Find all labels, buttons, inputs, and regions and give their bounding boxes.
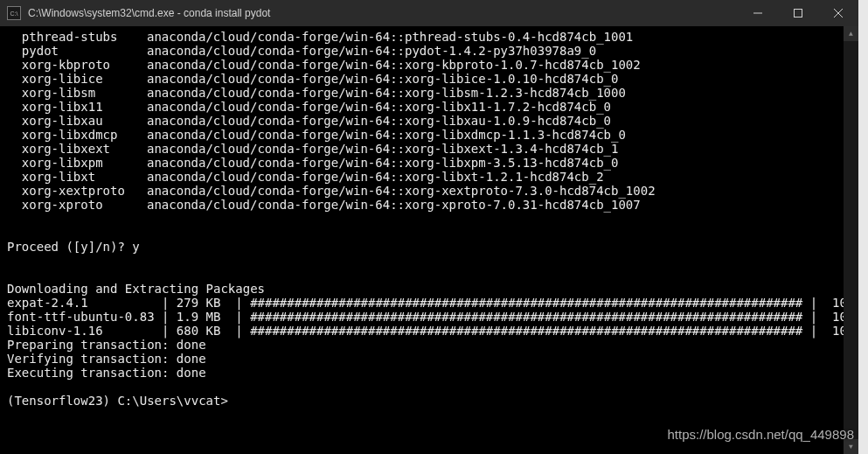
package-name: pydot — [7, 44, 147, 58]
package-source: anaconda/cloud/conda-forge/win-64::xorg-… — [147, 156, 618, 170]
scroll-track[interactable] — [844, 41, 858, 439]
download-row: libiconv-1.16 | 680 KB | ###############… — [7, 324, 837, 338]
package-source: anaconda/cloud/conda-forge/win-64::xorg-… — [147, 100, 611, 114]
package-name: xorg-libxt — [7, 170, 147, 184]
package-source: anaconda/cloud/conda-forge/win-64::xorg-… — [147, 86, 626, 100]
package-source: anaconda/cloud/conda-forge/win-64::xorg-… — [147, 72, 618, 86]
package-source: anaconda/cloud/conda-forge/win-64::xorg-… — [147, 170, 604, 184]
download-row: expat-2.4.1 | 279 KB | #################… — [7, 296, 837, 310]
package-row: xorg-libx11anaconda/cloud/conda-forge/wi… — [7, 100, 837, 114]
prompt-line[interactable]: (Tensorflow23) C:\Users\vvcat> — [7, 394, 837, 408]
terminal-output[interactable]: pthread-stubsanaconda/cloud/conda-forge/… — [0, 26, 844, 454]
package-name: xorg-libx11 — [7, 100, 147, 114]
package-name: xorg-libxdmcp — [7, 128, 147, 142]
package-name: xorg-xproto — [7, 198, 147, 212]
close-icon — [834, 9, 843, 17]
package-source: anaconda/cloud/conda-forge/win-64::xorg-… — [147, 128, 626, 142]
maximize-button[interactable] — [778, 0, 818, 26]
package-name: xorg-libice — [7, 72, 147, 86]
package-row: xorg-libxpmanaconda/cloud/conda-forge/wi… — [7, 156, 837, 170]
window-controls — [738, 0, 858, 26]
package-row: xorg-kbprotoanaconda/cloud/conda-forge/w… — [7, 58, 837, 72]
terminal-area: pthread-stubsanaconda/cloud/conda-forge/… — [0, 26, 858, 454]
package-name: xorg-kbproto — [7, 58, 147, 72]
package-name: xorg-libsm — [7, 86, 147, 100]
watermark: https://blog.csdn.net/qq_449898 — [667, 427, 854, 442]
scroll-up-button[interactable]: ▲ — [844, 26, 858, 41]
package-source: anaconda/cloud/conda-forge/win-64::xorg-… — [147, 114, 611, 128]
package-row: xorg-libsmanaconda/cloud/conda-forge/win… — [7, 86, 837, 100]
package-source: anaconda/cloud/conda-forge/win-64::pthre… — [147, 30, 633, 44]
package-source: anaconda/cloud/conda-forge/win-64::xorg-… — [147, 142, 618, 156]
package-name: pthread-stubs — [7, 30, 147, 44]
package-row: xorg-libxextanaconda/cloud/conda-forge/w… — [7, 142, 837, 156]
package-source: anaconda/cloud/conda-forge/win-64::xorg-… — [147, 58, 641, 72]
package-name: xorg-xextproto — [7, 184, 147, 198]
window-title: C:\Windows\system32\cmd.exe - conda inst… — [28, 7, 738, 19]
scrollbar[interactable]: ▲ ▼ — [844, 26, 858, 454]
package-row: xorg-libiceanaconda/cloud/conda-forge/wi… — [7, 72, 837, 86]
package-row: xorg-libxtanaconda/cloud/conda-forge/win… — [7, 170, 837, 184]
package-row: xorg-libxauanaconda/cloud/conda-forge/wi… — [7, 114, 837, 128]
close-button[interactable] — [818, 0, 858, 26]
minimize-button[interactable] — [738, 0, 778, 26]
package-source: anaconda/cloud/conda-forge/win-64::xorg-… — [147, 198, 641, 212]
svg-rect-1 — [795, 10, 802, 17]
titlebar[interactable]: C:\ C:\Windows\system32\cmd.exe - conda … — [0, 0, 858, 26]
package-row: xorg-xextprotoanaconda/cloud/conda-forge… — [7, 184, 837, 198]
minimize-icon — [753, 9, 762, 17]
package-row: pthread-stubsanaconda/cloud/conda-forge/… — [7, 30, 837, 44]
cmd-window: C:\ C:\Windows\system32\cmd.exe - conda … — [0, 0, 858, 454]
package-name: xorg-libxau — [7, 114, 147, 128]
download-row: font-ttf-ubuntu-0.83 | 1.9 MB | ########… — [7, 310, 837, 324]
maximize-icon — [794, 9, 802, 17]
cmd-icon: C:\ — [7, 6, 21, 20]
package-name: xorg-libxext — [7, 142, 147, 156]
package-source: anaconda/cloud/conda-forge/win-64::pydot… — [147, 44, 596, 58]
package-row: xorg-xprotoanaconda/cloud/conda-forge/wi… — [7, 198, 837, 212]
package-row: xorg-libxdmcpanaconda/cloud/conda-forge/… — [7, 128, 837, 142]
package-name: xorg-libxpm — [7, 156, 147, 170]
package-row: pydotanaconda/cloud/conda-forge/win-64::… — [7, 44, 837, 58]
package-source: anaconda/cloud/conda-forge/win-64::xorg-… — [147, 184, 656, 198]
